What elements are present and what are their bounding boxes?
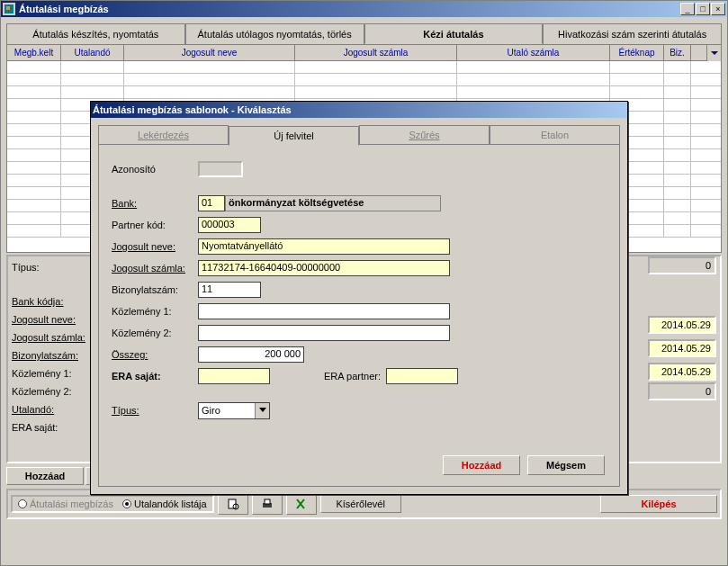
partner-code-input[interactable]: 000003: [198, 217, 261, 233]
bank-code-input[interactable]: 01: [198, 195, 225, 211]
col-utalando[interactable]: Utalandó: [61, 45, 124, 60]
era-sajat-input[interactable]: [198, 368, 270, 384]
koz1-label: Közlemény 1:: [12, 368, 93, 379]
tipus-value: Giro: [202, 405, 220, 416]
dlg-megsem-button[interactable]: Mégsem: [527, 455, 605, 475]
kilepes-button[interactable]: Kilépés: [600, 495, 717, 513]
era-label: ERA saját:: [12, 422, 93, 433]
dlg-koz2-label: Közlemény 2:: [112, 328, 198, 338]
right-zero2: 0: [648, 382, 716, 400]
dtab-lekerdezes[interactable]: Lekérdezés: [98, 125, 229, 145]
dialog-body: Azonosító Bank: 01 önkormányzat költségv…: [98, 145, 620, 487]
app-icon: [3, 3, 15, 15]
jogszam-label: Jogosult számla:: [12, 332, 93, 343]
dlg-koz1-label: Közlemény 1:: [112, 306, 198, 317]
right-zero: 0: [648, 256, 716, 274]
radio-group: Átutalási megbízás Utalandók listája: [11, 495, 214, 513]
bank-label: Bank kódja:: [12, 296, 93, 307]
dtab-etalon[interactable]: Etalon: [490, 125, 620, 145]
col-megbkelt[interactable]: Megb.kelt: [7, 45, 61, 60]
dtab-ujfelvitel[interactable]: Új felvitel: [229, 126, 359, 146]
radio-utalandok[interactable]: Utalandók listája: [122, 499, 207, 509]
col-utalo-szamla[interactable]: Utaló számla: [457, 45, 610, 60]
svg-marker-2: [711, 51, 718, 55]
print-icon[interactable]: [252, 493, 283, 515]
bank-name-display: önkormányzat költségvetése: [225, 195, 441, 211]
excel-icon[interactable]: [286, 493, 317, 515]
era-sajat-label: ERA saját:: [112, 371, 198, 382]
osszeg-label: Összeg:: [112, 349, 198, 360]
col-biz[interactable]: Biz.: [664, 45, 691, 60]
partner-label: Partner kód:: [112, 220, 198, 230]
svg-rect-1: [6, 6, 10, 10]
tab-hivatkozasi[interactable]: Hivatkozási szám szerinti átutalás: [543, 23, 722, 44]
preview-icon[interactable]: [218, 493, 248, 515]
utalando-label: Utalandó:: [12, 404, 93, 415]
koz1-input[interactable]: [198, 303, 450, 319]
chevron-down-icon: [255, 403, 269, 418]
close-button[interactable]: ×: [711, 3, 725, 15]
dlg-hozzaad-button[interactable]: Hozzáad: [443, 455, 520, 475]
era-partner-label: ERA partner:: [324, 371, 381, 382]
minimize-button[interactable]: _: [680, 3, 695, 15]
hozzaad-button[interactable]: Hozzáad: [6, 467, 84, 485]
kiserolevel-button[interactable]: Kísérőlevél: [320, 495, 401, 513]
dlg-tipus-label: Típus:: [112, 405, 198, 416]
jognev-label: Jogosult neve:: [12, 314, 93, 325]
dialog-buttons: Hozzáad Mégsem: [443, 455, 605, 475]
col-erteknap[interactable]: Értéknap: [610, 45, 664, 60]
dlg-bank-label: Bank:: [112, 198, 198, 209]
azonosito-label: Azonosító: [112, 164, 198, 175]
right-date2: 2014.05.29: [648, 339, 716, 357]
tipus-select[interactable]: Giro: [198, 402, 270, 419]
dlg-jogszam-label: Jogosult számla:: [112, 263, 198, 274]
col-jogosult-neve[interactable]: Jogosult neve: [124, 45, 295, 60]
svg-rect-6: [265, 499, 270, 504]
osszeg-input[interactable]: 200 000: [198, 346, 304, 363]
dialog-titlebar: Átutalási megbízás sablonok - Kiválasztá…: [91, 102, 627, 118]
main-titlebar: Átutalási megbízás _ □ ×: [1, 1, 727, 17]
koz2-label: Közlemény 2:: [12, 386, 93, 397]
azonosito-field: [198, 161, 243, 177]
right-date3: 2014.05.29: [648, 363, 716, 381]
jogosult-neve-input[interactable]: Nyomtatványellátó: [198, 238, 450, 255]
era-partner-input[interactable]: [386, 368, 458, 384]
radio-atutalasi[interactable]: Átutalási megbízás: [18, 499, 113, 509]
dtab-szures[interactable]: Szűrés: [359, 125, 490, 145]
template-dialog: Átutalási megbízás sablonok - Kiválasztá…: [90, 101, 628, 495]
grid-header: Megb.kelt Utalandó Jogosult neve Jogosul…: [7, 45, 721, 61]
dialog-title: Átutalási megbízás sablonok - Kiválasztá…: [93, 104, 292, 115]
biz-input[interactable]: 11: [198, 282, 261, 298]
tab-kezi[interactable]: Kézi átutalás: [364, 23, 544, 44]
grid-dropdown-icon[interactable]: [706, 45, 721, 61]
details-right-col: 0 2014.05.29 2014.05.29 2014.05.29 0: [648, 256, 716, 402]
main-tabs: Átutalás készítés, nyomtatás Átutalás ut…: [6, 22, 722, 44]
svg-marker-7: [259, 408, 266, 412]
jogosult-szamla-input[interactable]: 11732174-16640409-00000000: [198, 260, 450, 276]
maximize-button[interactable]: □: [696, 3, 710, 15]
window-title: Átutalási megbízás: [19, 4, 109, 14]
tab-utolagos[interactable]: Átutalás utólagos nyomtatás, törlés: [185, 23, 364, 44]
dlg-biz-label: Bizonylatszám:: [112, 284, 198, 295]
koz2-input[interactable]: [198, 325, 450, 341]
right-date1: 2014.05.29: [648, 316, 716, 334]
biz-label: Bizonylatszám:: [12, 350, 93, 361]
dlg-jognev-label: Jogosult neve:: [112, 241, 198, 252]
tipus-label: Típus:: [12, 262, 93, 273]
tab-keszites[interactable]: Átutalás készítés, nyomtatás: [6, 23, 185, 44]
dialog-tabs: Lekérdezés Új felvitel Szűrés Etalon: [98, 125, 620, 145]
col-jogosult-szamla[interactable]: Jogosult számla: [295, 45, 457, 60]
